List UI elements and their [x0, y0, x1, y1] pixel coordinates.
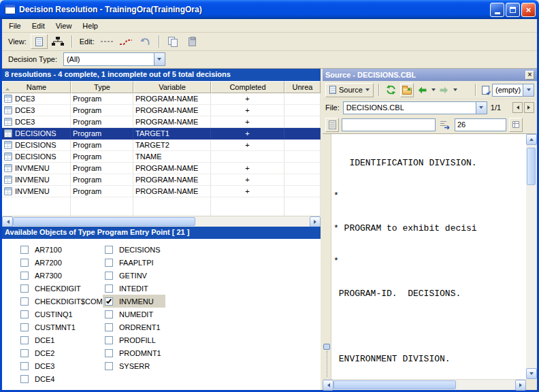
decision-type-select[interactable]: (All) — [63, 52, 165, 66]
forward-history-chevron-icon[interactable] — [453, 88, 457, 93]
scroll-down-button[interactable] — [526, 368, 537, 379]
scroll-right-button[interactable] — [515, 380, 526, 391]
menu-file[interactable]: File — [3, 20, 27, 32]
close-pane-button[interactable]: × — [525, 71, 534, 80]
object-item[interactable]: CHECKDIGIT — [18, 282, 116, 295]
chevron-down-icon[interactable] — [523, 84, 534, 96]
table-hscrollbar[interactable] — [2, 216, 321, 227]
source-view-button[interactable]: Source — [325, 83, 374, 97]
object-item[interactable]: AR7200 — [18, 256, 116, 269]
file-select[interactable]: DECISIONS.CBL — [343, 101, 487, 114]
checkbox[interactable] — [105, 362, 113, 370]
back-button[interactable] — [416, 83, 429, 97]
table-row[interactable]: DECISIONS Program TARGET2 + — [2, 140, 321, 151]
checkbox[interactable] — [20, 297, 29, 306]
object-item[interactable]: NUMEDIT — [103, 308, 165, 321]
checkbox[interactable] — [105, 336, 113, 344]
object-item[interactable]: DECISIONS — [103, 243, 165, 256]
object-item[interactable]: AR7100 — [18, 243, 116, 256]
line-input[interactable] — [455, 118, 506, 131]
menu-edit[interactable]: Edit — [27, 20, 50, 32]
checkbox[interactable] — [20, 272, 29, 280]
checkbox[interactable] — [105, 259, 113, 267]
checkbox[interactable] — [20, 284, 29, 293]
diagram-view-button[interactable] — [50, 34, 67, 49]
next-page-button[interactable] — [524, 102, 534, 113]
scrollbar-track[interactable] — [13, 216, 310, 227]
checkbox[interactable] — [105, 246, 113, 254]
object-item-invmenu[interactable]: INVMENU — [103, 295, 165, 308]
column-header-variable[interactable]: Variable — [133, 81, 211, 93]
object-item[interactable]: DCE1 — [18, 333, 116, 346]
back-history-chevron-icon[interactable] — [431, 88, 436, 93]
code-hscrollbar[interactable] — [323, 379, 526, 390]
object-item[interactable]: SYSERR — [103, 359, 165, 372]
menu-help[interactable]: Help — [77, 20, 103, 32]
chevron-down-icon[interactable] — [154, 53, 165, 65]
checkbox[interactable] — [105, 272, 113, 280]
object-item[interactable]: FAAPLTPI — [103, 256, 165, 269]
code-vscrollbar[interactable] — [526, 134, 537, 379]
forward-button[interactable] — [438, 83, 451, 97]
column-header-type[interactable]: Type — [71, 81, 133, 93]
checkbox[interactable] — [20, 259, 29, 267]
paste-button[interactable] — [184, 34, 201, 49]
options-button[interactable] — [509, 118, 523, 132]
scrollbar-track[interactable] — [333, 380, 515, 390]
checkbox[interactable] — [20, 362, 29, 370]
object-item[interactable]: CUSTINQ1 — [18, 308, 116, 321]
checkbox-checked[interactable] — [105, 297, 113, 306]
checkbox[interactable] — [20, 323, 29, 331]
checkbox[interactable] — [105, 310, 113, 318]
object-item[interactable]: DCE3 — [18, 359, 116, 372]
close-button[interactable]: × — [521, 3, 536, 17]
titlebar[interactable]: Decision Resolution - TrainingOra(Traini… — [0, 0, 539, 19]
object-item[interactable]: ORDRENT1 — [103, 321, 165, 333]
scrollbar-track[interactable] — [526, 145, 537, 368]
source-code-area[interactable]: IDENTIFICATION DIVISION. * * PROGRAM to … — [323, 134, 537, 390]
column-header-unreachable[interactable]: Unrea — [284, 81, 321, 93]
scroll-left-button[interactable] — [2, 216, 13, 227]
checkbox[interactable] — [20, 336, 29, 344]
goto-line-button[interactable] — [438, 118, 452, 132]
column-header-name[interactable]: Name — [2, 81, 71, 93]
checkbox[interactable] — [105, 349, 113, 357]
chevron-down-icon[interactable] — [476, 102, 487, 114]
parent-folder-button[interactable] — [400, 83, 414, 97]
table-row[interactable]: DCE3 Program PROGRAM-NAME + — [2, 105, 321, 116]
object-item[interactable]: PRODFILL — [103, 333, 165, 346]
table-row[interactable]: DCE3 Program PROGRAM-NAME + — [2, 93, 321, 105]
checkbox[interactable] — [20, 349, 29, 357]
copy-button[interactable] — [165, 34, 182, 49]
checkbox[interactable] — [20, 246, 29, 254]
object-item[interactable]: AR7300 — [18, 269, 116, 282]
maximize-button[interactable] — [506, 3, 520, 17]
gray-line-tool-button[interactable] — [99, 34, 116, 49]
object-item[interactable]: INTEDIT — [103, 282, 165, 295]
table-row-selected[interactable]: DECISIONS Program TARGET1 + — [2, 128, 321, 140]
scrollbar-thumb[interactable] — [527, 148, 536, 185]
undo-button[interactable] — [137, 34, 154, 49]
object-item[interactable]: DCE2 — [18, 346, 116, 359]
scroll-up-button[interactable] — [526, 134, 537, 145]
scrollbar-thumb[interactable] — [333, 380, 456, 389]
menu-view[interactable]: View — [50, 20, 78, 32]
find-button[interactable] — [325, 118, 339, 132]
prev-page-button[interactable] — [512, 102, 523, 113]
object-item[interactable]: GETINV — [103, 269, 165, 282]
checkbox[interactable] — [105, 284, 113, 293]
context-select[interactable]: (empty) — [492, 84, 534, 97]
table-row[interactable]: DECISIONS Program TNAME — [2, 151, 321, 163]
table-row[interactable]: INVMENU Program PROGRAM-NAME + — [2, 186, 321, 197]
column-header-completed[interactable]: Completed — [211, 81, 284, 93]
code-text[interactable]: IDENTIFICATION DIVISION. * * PROGRAM to … — [333, 134, 526, 379]
object-item[interactable]: PRODMNT1 — [103, 346, 165, 359]
checkbox[interactable] — [105, 323, 113, 331]
scrollbar-thumb[interactable] — [13, 217, 195, 226]
minimize-button[interactable] — [490, 3, 504, 17]
table-row[interactable]: DCE3 Program PROGRAM-NAME + — [2, 116, 321, 128]
report-view-button[interactable] — [31, 34, 48, 49]
scroll-right-button[interactable] — [310, 216, 321, 227]
search-input[interactable] — [342, 118, 436, 131]
table-row[interactable]: INVMENU Program PROGRAM-NAME + — [2, 174, 321, 186]
